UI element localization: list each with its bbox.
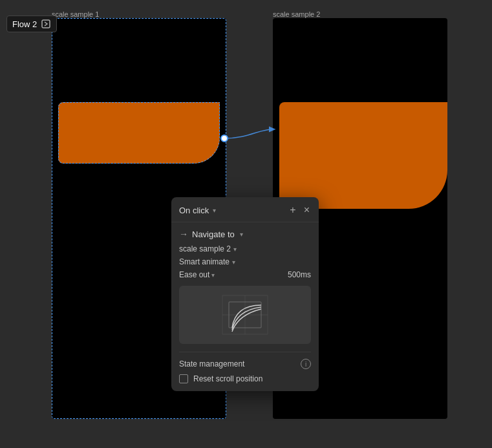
frame2-label: scale sample 2	[273, 10, 320, 18]
connection-handle[interactable]	[220, 134, 228, 142]
state-management-label: State management	[179, 359, 244, 368]
reset-scroll-row[interactable]: Reset scroll position	[179, 374, 311, 383]
scale-sample-chevron: ▾	[233, 246, 237, 253]
navigate-to-label: Navigate to	[192, 229, 235, 239]
flow-badge-label: Flow 2	[12, 19, 37, 29]
close-popup-button[interactable]: ×	[303, 204, 311, 217]
reset-scroll-checkbox[interactable]	[179, 374, 188, 383]
ease-out-label: Ease out	[179, 270, 209, 279]
scale-sample-row[interactable]: scale sample 2 ▾	[179, 244, 311, 253]
smart-animate-label: Smart animate	[179, 257, 230, 266]
easing-curve-svg	[219, 292, 271, 337]
duration-value[interactable]: 500ms	[288, 270, 311, 279]
popup-header: On click ▾ + ×	[171, 197, 319, 222]
navigate-to-chevron: ▾	[240, 231, 243, 238]
curve-preview[interactable]	[179, 286, 311, 344]
popup-body: → Navigate to ▾ scale sample 2 ▾ Smart a…	[171, 222, 319, 383]
easing-selector[interactable]: Ease out ▾	[179, 270, 215, 279]
popup-title-chevron: ▾	[213, 207, 216, 214]
smart-animate-chevron: ▾	[232, 259, 235, 266]
navigate-to-row[interactable]: → Navigate to ▾	[179, 229, 311, 239]
interaction-popup: On click ▾ + × → Navigate to ▾ scale sam…	[171, 197, 319, 391]
scale-sample-value: scale sample 2	[179, 244, 231, 253]
add-interaction-button[interactable]: +	[288, 204, 297, 217]
orange-shape-frame1	[58, 102, 220, 164]
orange-shape-frame2	[279, 102, 447, 209]
smart-animate-row[interactable]: Smart animate ▾	[179, 257, 311, 266]
flow-badge-icon	[41, 19, 51, 29]
state-management-section: State management i	[179, 359, 311, 369]
scale-sample-value-row[interactable]: scale sample 2 ▾	[179, 244, 237, 253]
smart-animate-value-row[interactable]: Smart animate ▾	[179, 257, 235, 266]
svg-rect-0	[42, 20, 50, 28]
popup-header-actions: + ×	[288, 204, 311, 217]
flow-badge[interactable]: Flow 2	[6, 16, 57, 32]
popup-title: On click	[179, 206, 209, 215]
easing-row: Ease out ▾ 500ms	[179, 270, 311, 279]
section-divider	[179, 352, 311, 352]
navigate-arrow-icon: →	[179, 229, 188, 239]
canvas: scale sample 1 scale sample 2 Flow 2	[0, 0, 492, 448]
state-management-info-icon[interactable]: i	[301, 359, 311, 369]
reset-scroll-label: Reset scroll position	[193, 374, 262, 383]
popup-title-row[interactable]: On click ▾	[179, 206, 216, 215]
frame1-label: scale sample 1	[52, 10, 99, 18]
easing-chevron: ▾	[211, 272, 215, 279]
